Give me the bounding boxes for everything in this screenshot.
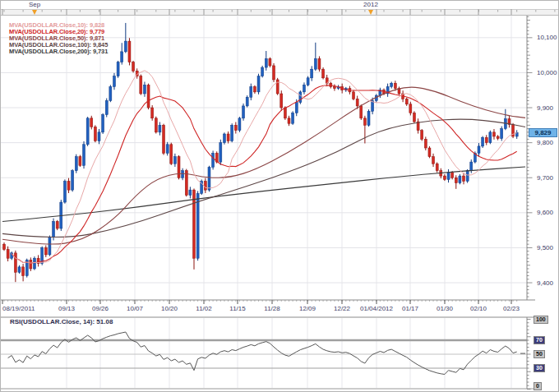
candle[interactable] xyxy=(466,169,469,183)
candle[interactable] xyxy=(234,122,237,134)
candle[interactable] xyxy=(151,105,154,121)
candle[interactable] xyxy=(243,104,245,121)
candle[interactable] xyxy=(105,99,108,118)
candle[interactable] xyxy=(163,124,165,155)
candle[interactable] xyxy=(37,255,39,266)
candle[interactable] xyxy=(189,187,192,198)
candle[interactable] xyxy=(14,251,16,282)
candle[interactable] xyxy=(238,117,241,132)
candle[interactable] xyxy=(231,123,233,142)
candle[interactable] xyxy=(432,154,435,167)
candle[interactable] xyxy=(436,162,438,172)
candle[interactable] xyxy=(390,82,393,89)
candle[interactable] xyxy=(159,122,161,136)
candle[interactable] xyxy=(201,179,203,195)
candle[interactable] xyxy=(428,146,431,158)
candle[interactable] xyxy=(3,242,6,251)
candle[interactable] xyxy=(147,84,150,110)
candle[interactable] xyxy=(30,257,32,271)
chart-canvas[interactable] xyxy=(1,1,559,392)
candle[interactable] xyxy=(269,58,271,67)
candle[interactable] xyxy=(515,130,518,139)
candle[interactable] xyxy=(94,125,96,142)
candle[interactable] xyxy=(170,143,173,165)
candle[interactable] xyxy=(173,154,176,167)
candle[interactable] xyxy=(227,131,229,143)
candle[interactable] xyxy=(63,179,66,203)
candle[interactable] xyxy=(11,251,13,260)
candle[interactable] xyxy=(273,63,275,82)
candle[interactable] xyxy=(417,118,419,133)
candle[interactable] xyxy=(67,178,70,193)
candle[interactable] xyxy=(447,169,450,182)
candle[interactable] xyxy=(132,61,135,72)
candle[interactable] xyxy=(276,78,279,95)
candle[interactable] xyxy=(182,168,184,180)
candle[interactable] xyxy=(253,85,256,94)
candle[interactable] xyxy=(508,116,510,127)
candle[interactable] xyxy=(413,111,415,122)
candle[interactable] xyxy=(288,116,290,126)
candle[interactable] xyxy=(166,142,169,156)
candle[interactable] xyxy=(360,104,363,120)
candle[interactable] xyxy=(367,109,370,127)
candle[interactable] xyxy=(261,66,264,77)
candle[interactable] xyxy=(497,135,499,140)
candle[interactable] xyxy=(303,82,305,94)
candle[interactable] xyxy=(257,74,260,95)
candle[interactable] xyxy=(459,174,461,184)
candle[interactable] xyxy=(421,129,423,141)
candle[interactable] xyxy=(193,188,196,269)
candle[interactable] xyxy=(140,75,142,95)
candle[interactable] xyxy=(212,150,215,169)
candle[interactable] xyxy=(109,85,112,102)
candle[interactable] xyxy=(22,264,25,281)
candle[interactable] xyxy=(178,155,180,179)
candle[interactable] xyxy=(322,67,325,79)
candle[interactable] xyxy=(86,117,89,146)
candle[interactable] xyxy=(223,132,225,144)
candle[interactable] xyxy=(25,259,28,278)
candle[interactable] xyxy=(405,98,408,106)
candle[interactable] xyxy=(250,84,252,100)
candle[interactable] xyxy=(7,247,9,261)
candle[interactable] xyxy=(398,86,400,95)
candle[interactable] xyxy=(311,66,313,81)
candle[interactable] xyxy=(246,95,248,107)
candle[interactable] xyxy=(386,84,389,97)
candle[interactable] xyxy=(375,94,377,102)
candle[interactable] xyxy=(56,220,58,230)
candle[interactable] xyxy=(314,43,316,71)
candle[interactable] xyxy=(504,109,506,131)
candle[interactable] xyxy=(204,178,206,193)
candle[interactable] xyxy=(143,82,146,97)
candle[interactable] xyxy=(72,169,74,191)
candle[interactable] xyxy=(280,90,283,111)
candle[interactable] xyxy=(485,135,487,145)
candle[interactable] xyxy=(363,116,366,144)
candle[interactable] xyxy=(299,90,302,104)
candle[interactable] xyxy=(83,141,85,168)
candle[interactable] xyxy=(265,51,267,71)
candle[interactable] xyxy=(333,84,335,90)
candle[interactable] xyxy=(102,113,104,134)
candle[interactable] xyxy=(33,256,35,270)
candle[interactable] xyxy=(492,129,495,140)
candle[interactable] xyxy=(478,143,480,156)
candle[interactable] xyxy=(470,159,473,173)
candle[interactable] xyxy=(424,136,427,150)
candle[interactable] xyxy=(90,116,93,130)
candle[interactable] xyxy=(121,43,123,64)
candle[interactable] xyxy=(501,127,503,141)
candle[interactable] xyxy=(117,61,119,78)
candle[interactable] xyxy=(326,75,328,86)
candle[interactable] xyxy=(512,123,515,138)
candle[interactable] xyxy=(409,102,412,116)
candle[interactable] xyxy=(18,265,21,274)
candle[interactable] xyxy=(318,56,321,71)
candle[interactable] xyxy=(113,73,115,90)
candle[interactable] xyxy=(49,236,51,256)
candle[interactable] xyxy=(79,155,81,167)
candle[interactable] xyxy=(292,111,294,125)
candle[interactable] xyxy=(463,173,465,184)
